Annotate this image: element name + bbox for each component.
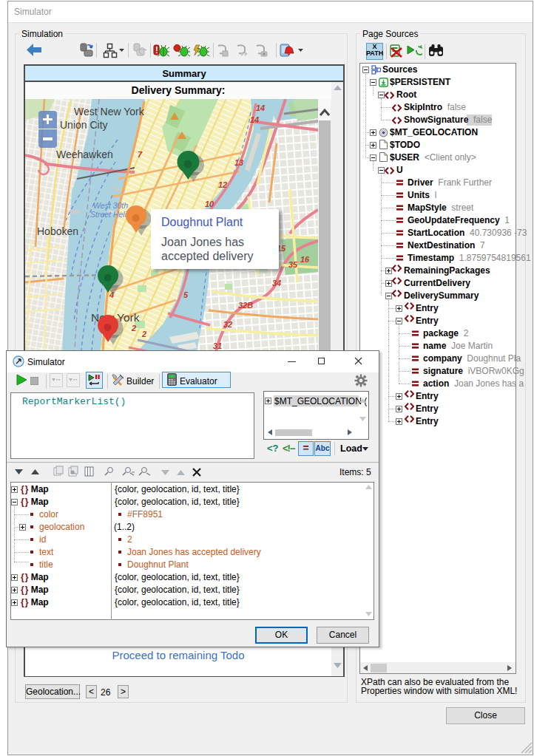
svg-text:31: 31 xyxy=(213,341,222,350)
svg-text:Weehawken: Weehawken xyxy=(56,149,113,160)
svg-text:7: 7 xyxy=(138,150,143,159)
svg-text:35: 35 xyxy=(288,260,298,269)
svg-text:Street Heli: Street Heli xyxy=(90,210,127,219)
svg-text:16: 16 xyxy=(300,255,310,264)
svg-text:34: 34 xyxy=(272,279,281,287)
svg-text:2: 2 xyxy=(141,330,146,338)
svg-text:a: a xyxy=(71,469,75,475)
svg-text:32B: 32B xyxy=(238,301,253,310)
svg-text:5: 5 xyxy=(183,290,189,299)
svg-text:13: 13 xyxy=(234,158,243,167)
svg-text:Hoboken: Hoboken xyxy=(37,225,78,237)
svg-text:West New York: West New York xyxy=(74,106,145,118)
svg-text:14: 14 xyxy=(256,103,265,112)
svg-text:12: 12 xyxy=(218,180,227,189)
svg-text:2: 2 xyxy=(131,324,136,333)
svg-text:14: 14 xyxy=(250,115,259,124)
svg-text:10: 10 xyxy=(205,200,214,208)
svg-text:West 30th: West 30th xyxy=(93,201,128,210)
svg-text:32: 32 xyxy=(223,320,232,329)
svg-text:Union City: Union City xyxy=(60,119,108,131)
